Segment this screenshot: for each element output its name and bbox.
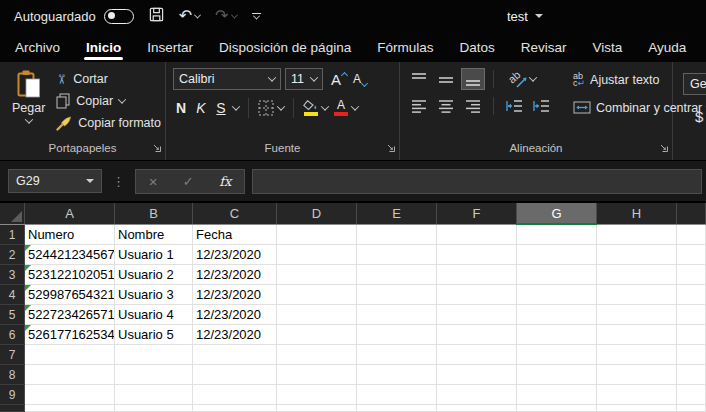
borders-button[interactable] — [258, 100, 284, 116]
name-box[interactable]: G29 — [8, 169, 102, 193]
cell-H2[interactable] — [597, 245, 677, 265]
row-header-4[interactable]: 4 — [0, 285, 25, 305]
cell-B[interactable] — [115, 405, 193, 412]
cell-G5[interactable] — [517, 305, 597, 325]
column-header-partial[interactable] — [677, 203, 706, 224]
autosave-toggle-group[interactable]: Autoguardado — [14, 9, 134, 24]
tab-ayuda[interactable]: Ayuda — [635, 32, 699, 62]
align-bottom-button[interactable] — [461, 68, 485, 90]
orientation-button[interactable]: ab — [508, 70, 536, 88]
cell-D7[interactable] — [277, 345, 357, 365]
cell-D9[interactable] — [277, 385, 357, 405]
document-title[interactable]: test — [507, 0, 543, 32]
cell-H6[interactable] — [597, 325, 677, 345]
cell-B1[interactable]: Nombre — [115, 225, 193, 245]
cell-D2[interactable] — [277, 245, 357, 265]
cell-H8[interactable] — [597, 365, 677, 385]
cell-F9[interactable] — [437, 385, 517, 405]
cell-D1[interactable] — [277, 225, 357, 245]
undo-dropdown-icon[interactable] — [194, 11, 201, 18]
cell-E6[interactable] — [357, 325, 437, 345]
italic-button[interactable]: K — [193, 100, 209, 116]
cell-F2[interactable] — [437, 245, 517, 265]
cell-F8[interactable] — [437, 365, 517, 385]
cancel-entry-button[interactable]: × — [149, 173, 158, 190]
cell-D5[interactable] — [277, 305, 357, 325]
cell-B4[interactable]: Usuario 3 — [115, 285, 193, 305]
cell-E8[interactable] — [357, 365, 437, 385]
cell-G2[interactable] — [517, 245, 597, 265]
cell-partial5[interactable] — [677, 305, 706, 325]
row-header-9[interactable]: 9 — [0, 385, 25, 405]
column-header-A[interactable]: A — [25, 203, 115, 224]
select-all-corner[interactable] — [0, 203, 25, 224]
font-name-dropdown-icon[interactable] — [268, 73, 276, 81]
cell-G4[interactable] — [517, 285, 597, 305]
borders-dropdown-icon[interactable] — [277, 102, 285, 110]
autosave-toggle[interactable] — [104, 9, 134, 24]
cell-E[interactable] — [357, 405, 437, 412]
cell-partial2[interactable] — [677, 245, 706, 265]
cell-B6[interactable]: Usuario 5 — [115, 325, 193, 345]
cell-B5[interactable]: Usuario 4 — [115, 305, 193, 325]
customize-toolbar-button[interactable] — [252, 13, 261, 20]
cell-H9[interactable] — [597, 385, 677, 405]
bold-button[interactable]: N — [173, 100, 189, 116]
row-header-8[interactable]: 8 — [0, 365, 25, 385]
redo-button[interactable]: ↷ — [215, 8, 236, 24]
cell-G9[interactable] — [517, 385, 597, 405]
cell-partial9[interactable] — [677, 385, 706, 405]
cell-H[interactable] — [597, 405, 677, 412]
cell-E7[interactable] — [357, 345, 437, 365]
cell-C5[interactable]: 12/23/2020 — [193, 305, 277, 325]
save-icon[interactable] — [149, 7, 164, 25]
cell-C3[interactable]: 12/23/2020 — [193, 265, 277, 285]
cell-F4[interactable] — [437, 285, 517, 305]
cell-F7[interactable] — [437, 345, 517, 365]
cell-C7[interactable] — [193, 345, 277, 365]
row-header-1[interactable]: 1 — [0, 225, 25, 245]
cell-C8[interactable] — [193, 365, 277, 385]
cell-H5[interactable] — [597, 305, 677, 325]
alignment-dialog-launcher[interactable] — [659, 138, 668, 156]
cell-A9[interactable] — [25, 385, 115, 405]
font-size-combobox[interactable]: 11 — [285, 68, 323, 90]
column-header-B[interactable]: B — [115, 203, 193, 224]
cell-H4[interactable] — [597, 285, 677, 305]
cell-E4[interactable] — [357, 285, 437, 305]
cell-H7[interactable] — [597, 345, 677, 365]
cell-A4[interactable]: 529987654321 — [25, 285, 115, 305]
tab-archivo[interactable]: Archivo — [2, 32, 73, 62]
cell-G[interactable] — [517, 405, 597, 412]
cell-H3[interactable] — [597, 265, 677, 285]
cell-F[interactable] — [437, 405, 517, 412]
fill-color-button[interactable] — [303, 100, 328, 116]
cell-D6[interactable] — [277, 325, 357, 345]
cell-A3[interactable]: 523122102051 — [25, 265, 115, 285]
column-header-H[interactable]: H — [597, 203, 677, 224]
row-header-5[interactable]: 5 — [0, 305, 25, 325]
cell-partial[interactable] — [677, 405, 706, 412]
row-header-partial[interactable] — [0, 405, 25, 412]
cell-E2[interactable] — [357, 245, 437, 265]
orientation-dropdown-icon[interactable] — [529, 73, 537, 81]
cell-partial6[interactable] — [677, 325, 706, 345]
row-header-6[interactable]: 6 — [0, 325, 25, 345]
tab-datos[interactable]: Datos — [446, 32, 507, 62]
cell-A[interactable] — [25, 405, 115, 412]
decrease-indent-button[interactable] — [502, 95, 526, 117]
row-header-3[interactable]: 3 — [0, 265, 25, 285]
cell-E9[interactable] — [357, 385, 437, 405]
underline-dropdown-icon[interactable] — [232, 102, 240, 110]
cell-E3[interactable] — [357, 265, 437, 285]
cell-F1[interactable] — [437, 225, 517, 245]
cell-D3[interactable] — [277, 265, 357, 285]
cell-partial4[interactable] — [677, 285, 706, 305]
tab-revisar[interactable]: Revisar — [508, 32, 580, 62]
align-left-button[interactable] — [407, 95, 431, 117]
cell-B2[interactable]: Usuario 1 — [115, 245, 193, 265]
tab-vista[interactable]: Vista — [579, 32, 635, 62]
clipboard-dialog-launcher[interactable] — [152, 138, 161, 156]
font-size-dropdown-icon[interactable] — [310, 73, 318, 81]
font-color-button[interactable]: A — [334, 100, 358, 116]
